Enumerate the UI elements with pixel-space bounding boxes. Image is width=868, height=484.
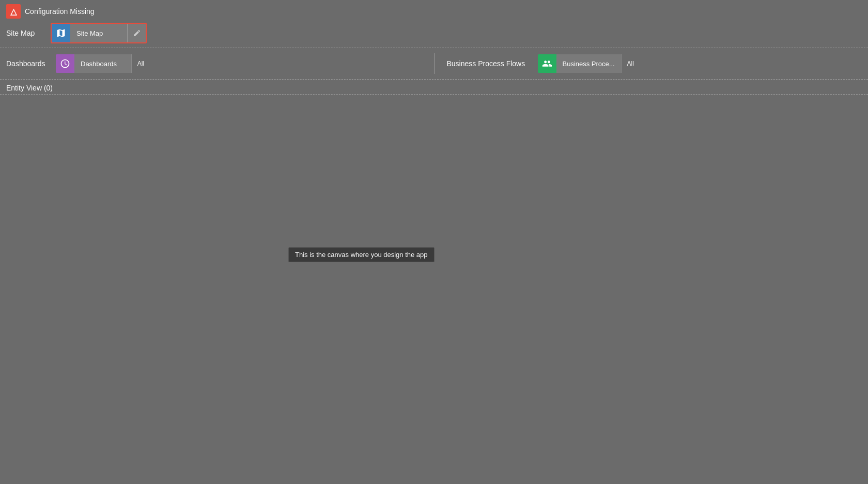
dashboards-icon — [60, 58, 70, 69]
dashboards-label: Dashboards — [6, 59, 48, 68]
site-map-icon — [56, 28, 66, 38]
alert-icon: △ — [6, 4, 21, 19]
entity-view-label: Entity View (0) — [6, 84, 53, 92]
bpf-icon — [542, 58, 552, 69]
canvas-tooltip: This is the canvas where you design the … — [288, 247, 435, 262]
dashboards-section: Dashboards Dashboards All — [6, 54, 422, 73]
dashboards-card[interactable]: Dashboards All — [56, 54, 150, 73]
bpf-all-label: All — [627, 60, 633, 67]
site-map-name: Site Map — [70, 24, 127, 42]
bpf-card[interactable]: Business Proce... All — [538, 54, 640, 73]
bpf-label: Business Process Flows — [447, 59, 530, 68]
dashboards-icon-box — [56, 54, 74, 73]
config-missing-row: △ Configuration Missing — [6, 2, 862, 21]
warning-triangle-icon: △ — [10, 7, 17, 17]
config-missing-text: Configuration Missing — [25, 7, 95, 16]
entity-view-section: Entity View (0) — [0, 80, 868, 95]
site-map-icon-box — [52, 24, 70, 42]
dashboards-all-label: All — [137, 60, 144, 67]
canvas-area[interactable]: This is the canvas where you design the … — [0, 95, 868, 475]
section-middle: Dashboards Dashboards All Business Proce… — [0, 48, 868, 80]
site-map-section-label: Site Map — [6, 29, 42, 37]
dashboards-card-name: Dashboards — [74, 54, 131, 73]
site-map-edit-button[interactable] — [127, 24, 146, 42]
site-map-row: Site Map Site Map — [6, 23, 862, 43]
bpf-card-name: Business Proce... — [556, 54, 621, 73]
section-top: △ Configuration Missing Site Map Site Ma… — [0, 0, 868, 48]
site-map-card[interactable]: Site Map — [51, 23, 147, 43]
section-divider — [434, 53, 435, 74]
bpf-section: Business Process Flows Business Proce...… — [447, 54, 862, 73]
dashboards-all-button[interactable]: All — [131, 54, 150, 73]
bpf-icon-box — [538, 54, 556, 73]
edit-icon — [133, 29, 141, 37]
bpf-all-button[interactable]: All — [621, 54, 640, 73]
